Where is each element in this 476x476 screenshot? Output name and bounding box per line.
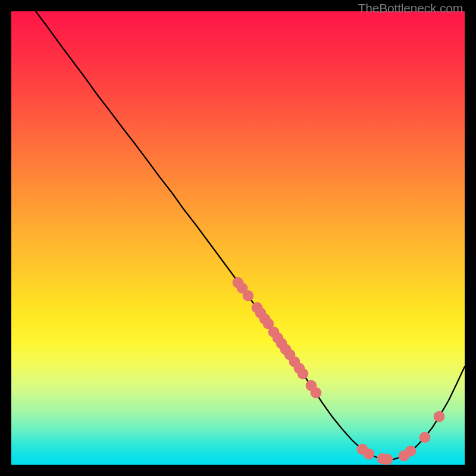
data-point bbox=[419, 432, 431, 443]
watermark-label: TheBottleneck.com bbox=[358, 1, 463, 15]
chart-svg bbox=[11, 11, 465, 465]
data-point bbox=[364, 449, 375, 460]
bottleneck-curve bbox=[36, 11, 465, 459]
data-point bbox=[311, 387, 322, 399]
data-point bbox=[405, 446, 416, 457]
bottleneck-chart bbox=[11, 11, 465, 465]
data-point bbox=[298, 368, 309, 380]
data-points bbox=[233, 277, 445, 465]
data-point bbox=[434, 411, 445, 422]
data-point bbox=[382, 454, 393, 465]
data-point bbox=[243, 290, 254, 302]
